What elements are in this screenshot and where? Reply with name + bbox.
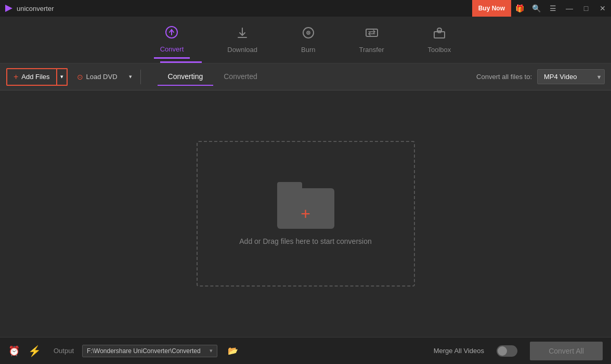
merge-all-label: Merge All Videos xyxy=(434,347,484,355)
app-logo-icon xyxy=(4,4,14,13)
add-files-wrapper: + Add Files ▾ xyxy=(6,68,68,86)
folder-body: + xyxy=(277,188,334,229)
statusbar: ⏰ ⚡ Output F:\Wondershare UniConverter\C… xyxy=(0,337,611,364)
drop-zone[interactable]: + Add or Drag files here to start conver… xyxy=(197,141,415,287)
boost-icon[interactable]: ⚡ xyxy=(28,345,41,357)
buy-now-button[interactable]: Buy Now xyxy=(472,0,511,17)
navbar: Convert Download Burn xyxy=(0,17,611,63)
nav-label-burn: Burn xyxy=(301,46,315,54)
svg-point-6 xyxy=(307,32,309,34)
format-dropdown-wrapper: MP4 VideoAVIMKVMOVWMVMP3AAC ▾ xyxy=(537,69,605,84)
nav-item-toolbox[interactable]: Toolbox xyxy=(421,22,457,58)
tab-converted[interactable]: Converted xyxy=(213,68,268,86)
output-path-wrapper: F:\Wondershare UniConverter\Converted ▾ xyxy=(82,345,217,357)
output-label: Output xyxy=(54,347,74,355)
add-files-plus-icon: + xyxy=(14,72,18,82)
app-logo: uniconverter xyxy=(4,4,54,13)
nav-item-download[interactable]: Download xyxy=(221,22,264,58)
folder-icon: + xyxy=(277,182,334,229)
close-button[interactable]: ✕ xyxy=(594,0,611,17)
svg-marker-0 xyxy=(5,5,12,12)
tab-converting[interactable]: Converting xyxy=(158,68,214,86)
convert-all-wrapper: Convert all files to: MP4 VideoAVIMKVMOV… xyxy=(476,69,605,84)
convert-nav-icon xyxy=(165,25,178,42)
open-folder-icon[interactable]: 📂 xyxy=(228,346,238,356)
titlebar-controls: Buy Now 🎁 🔍 ☰ — □ ✕ xyxy=(472,0,611,17)
svg-rect-7 xyxy=(366,29,378,36)
nav-item-burn[interactable]: Burn xyxy=(295,22,321,58)
output-dropdown-arrow-icon[interactable]: ▾ xyxy=(210,347,213,354)
nav-active-indicator xyxy=(160,61,202,63)
burn-nav-icon xyxy=(302,26,315,43)
gift-icon[interactable]: 🎁 xyxy=(511,0,528,17)
format-dropdown[interactable]: MP4 VideoAVIMKVMOVWMVMP3AAC xyxy=(537,69,605,84)
nav-label-toolbox: Toolbox xyxy=(427,46,451,54)
download-nav-icon xyxy=(236,26,249,43)
merge-toggle[interactable] xyxy=(497,345,517,357)
nav-label-convert: Convert xyxy=(160,45,184,53)
toggle-knob xyxy=(498,346,507,356)
toolbar: + Add Files ▾ ⊙ Load DVD ▾ Converting Co… xyxy=(0,63,611,90)
add-files-label: Add Files xyxy=(21,73,49,81)
schedule-icon[interactable]: ⏰ xyxy=(8,345,20,357)
nav-item-convert[interactable]: Convert xyxy=(154,21,190,59)
add-files-button[interactable]: + Add Files xyxy=(6,68,57,86)
menu-icon[interactable]: ☰ xyxy=(544,0,561,17)
convert-all-label: Convert all files to: xyxy=(476,73,532,81)
drop-zone-text: Add or Drag files here to start conversi… xyxy=(239,237,371,245)
nav-label-download: Download xyxy=(227,46,257,54)
folder-plus-icon: + xyxy=(301,205,310,222)
add-files-dropdown-button[interactable]: ▾ xyxy=(57,68,68,86)
app-name-label: uniconverter xyxy=(17,5,54,12)
transfer-nav-icon xyxy=(365,26,379,43)
tabs-group: Converting Converted xyxy=(158,68,268,86)
output-path-text: F:\Wondershare UniConverter\Converted xyxy=(87,347,207,355)
convert-all-button[interactable]: Convert All xyxy=(530,342,603,360)
nav-label-transfer: Transfer xyxy=(359,46,384,54)
maximize-button[interactable]: □ xyxy=(578,0,594,17)
toolbox-nav-icon xyxy=(433,26,446,43)
load-dvd-dropdown-button[interactable]: ▾ xyxy=(127,73,134,80)
search-icon[interactable]: 🔍 xyxy=(528,0,544,17)
load-dvd-button[interactable]: ⊙ Load DVD xyxy=(72,70,123,84)
nav-item-transfer[interactable]: Transfer xyxy=(353,22,391,58)
main-content: + Add or Drag files here to start conver… xyxy=(0,90,611,337)
minimize-button[interactable]: — xyxy=(561,0,578,17)
load-dvd-label: Load DVD xyxy=(86,73,118,81)
load-dvd-circle-icon: ⊙ xyxy=(77,73,83,81)
toolbar-divider xyxy=(140,70,141,84)
titlebar: uniconverter Buy Now 🎁 🔍 ☰ — □ ✕ xyxy=(0,0,611,17)
